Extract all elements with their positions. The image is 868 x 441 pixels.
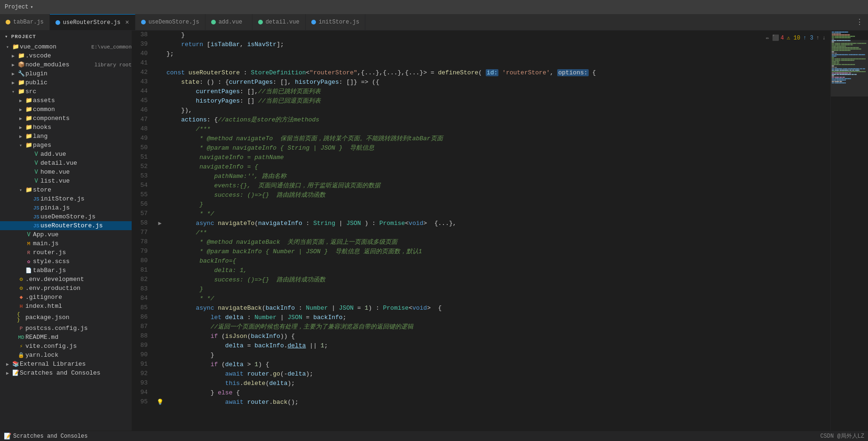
tree-root[interactable]: ▾ 📁 vue_common E:\vue_common <box>0 42 132 51</box>
public-chevron: ▶ <box>9 80 17 86</box>
tab-useRouterStore[interactable]: useRouterStore.js × <box>50 14 135 30</box>
package-json-label: package.json <box>25 314 132 321</box>
sidebar-item-gitignore[interactable]: ▶ ◆ .gitignore <box>0 293 132 302</box>
code-line-48: 48 /*** <box>132 125 830 134</box>
line-code-39: return [isTabBar, isNavStr]; <box>165 40 830 49</box>
list-vue-icon: V <box>32 178 40 184</box>
line-num-38: 38 <box>132 31 155 40</box>
line-num-83: 83 <box>132 285 155 294</box>
line-num-51: 51 <box>132 153 155 162</box>
sidebar-item-index-html[interactable]: ▶ H index.html <box>0 302 132 311</box>
gutter-95[interactable]: 💡 <box>155 398 165 407</box>
gutter-50 <box>155 144 165 153</box>
external-libs-chevron: ▶ <box>4 361 11 367</box>
main-js-icon: M <box>24 241 33 247</box>
gutter-91 <box>155 360 165 369</box>
nav-down-icon[interactable]: ↓ <box>822 35 826 41</box>
sidebar-item-external-libs[interactable]: ▶ 📚 External Libraries <box>0 360 132 369</box>
tab-add[interactable]: add.vue <box>205 14 253 30</box>
router-js-icon: R <box>24 250 33 256</box>
line-num-86: 86 <box>132 313 155 322</box>
store-label: store <box>33 186 132 193</box>
sidebar-item-style-scss[interactable]: ▶ ✿ style.scss <box>0 257 132 266</box>
gitignore-label: .gitignore <box>25 294 132 301</box>
sidebar-item-home-vue[interactable]: ▶ V home.vue <box>0 168 132 176</box>
project-label[interactable]: Project ▾ <box>5 4 33 10</box>
sidebar-item-router-js[interactable]: ▶ R router.js <box>0 248 132 257</box>
line-num-40: 40 <box>132 49 155 59</box>
tab-icon-useRouterStore <box>55 20 60 25</box>
store-chevron: ▾ <box>17 187 24 193</box>
code-table: 38 } 39 return [isTabBar, isNavStr]; 40 <box>132 31 830 407</box>
vite-config-icon: ⚡ <box>17 343 25 349</box>
sidebar-item-detail-vue[interactable]: ▶ V detail.vue <box>0 159 132 168</box>
scratches-icon: 📝 <box>11 369 20 377</box>
sidebar-item-list-vue[interactable]: ▶ V list.vue <box>0 176 132 185</box>
minimap[interactable]: ████ ████████████████████████ ██████████… <box>830 31 868 431</box>
sidebar-item-app-vue[interactable]: ▶ V App.vue <box>0 230 132 239</box>
code-line-41: 41 <box>132 59 830 68</box>
tab-icon-add <box>211 20 216 24</box>
code-line-40: 40 }; <box>132 49 830 59</box>
sidebar-item-vite-config[interactable]: ▶ ⚡ vite.config.js <box>0 342 132 351</box>
sidebar-item-env-prod[interactable]: ▶ ⚙ .env.production <box>0 284 132 293</box>
sidebar-item-yarn-lock[interactable]: ▶ 🔒 yarn.lock <box>0 351 132 360</box>
sidebar-header[interactable]: ▾ PROJECT <box>0 31 132 42</box>
sidebar-item-add-vue[interactable]: ▶ V add.vue <box>0 150 132 159</box>
pages-icon: 📁 <box>24 142 33 149</box>
scratches-label: Scratches and Consoles <box>20 369 132 377</box>
sidebar-item-pages[interactable]: ▾ 📁 pages <box>0 141 132 150</box>
sidebar-item-lang[interactable]: ▶ 📁 lang <box>0 132 132 141</box>
sidebar-item-components[interactable]: ▶ 📁 components <box>0 114 132 123</box>
sidebar-item-common[interactable]: ▶ 📁 common <box>0 105 132 114</box>
sidebar-item-main-js[interactable]: ▶ M main.js <box>0 239 132 248</box>
tab-useDemoStore[interactable]: useDemoStore.js <box>135 14 205 30</box>
sidebar-item-useDemoStore[interactable]: ▶ JS useDemoStore.js <box>0 212 132 221</box>
sidebar-item-useRouterStore[interactable]: ▶ JS useRouterStore.js <box>0 221 132 230</box>
sidebar-item-vscode[interactable]: ▶ 📁 .vscode <box>0 51 132 60</box>
error-icon: ⬛ <box>772 34 779 41</box>
line-code-40: }; <box>165 49 830 59</box>
src-label: src <box>25 88 132 95</box>
editor-toolbar: ✏ ⬛ 4 ⚠ 10 ↑ 3 ↑ ↓ <box>766 34 826 41</box>
sidebar-item-postcss[interactable]: ▶ P postcss.config.js <box>0 324 132 333</box>
status-right-text: CSDN @局外人LZ <box>820 432 864 440</box>
style-scss-icon: ✿ <box>24 258 33 265</box>
tab-tabBar[interactable]: tabBar.js <box>0 14 50 30</box>
more-tabs-icon[interactable]: ⋮ <box>856 17 863 27</box>
tab-detail[interactable]: detail.vue <box>253 14 306 30</box>
edit-icon[interactable]: ✏ <box>766 34 769 41</box>
sidebar-item-pinia[interactable]: ▶ JS pinia.js <box>0 203 132 212</box>
sidebar-item-assets[interactable]: ▶ 📁 assets <box>0 96 132 105</box>
sidebar-item-node-modules[interactable]: ▶ 📦 node_modules library root <box>0 60 132 69</box>
sidebar-item-env-dev[interactable]: ▶ ⚙ .env.development <box>0 275 132 284</box>
tab-initStore[interactable]: initStore.js <box>306 14 365 30</box>
code-line-39: 39 return [isTabBar, isNavStr]; <box>132 40 830 49</box>
gutter-43 <box>155 78 165 87</box>
tab-label-useDemoStore: useDemoStore.js <box>149 19 199 25</box>
gutter-85 <box>155 304 165 313</box>
tab-close-useRouterStore[interactable]: × <box>125 19 129 26</box>
sidebar-item-plugin[interactable]: ▶ 🔧 plugin <box>0 69 132 78</box>
sidebar-item-package-json[interactable]: ▶ { } package.json <box>0 311 132 324</box>
nav-up-icon[interactable]: ↑ <box>816 35 820 41</box>
sidebar-item-src[interactable]: ▾ 📁 src <box>0 87 132 96</box>
line-num-57: 57 <box>132 209 155 219</box>
scratches-bottom-item[interactable]: 📝 Scratches and Consoles <box>4 433 87 440</box>
code-line-45: 45 historyPages: [] //当前已回退页面列表 <box>132 96 830 106</box>
code-container[interactable]: 38 } 39 return [isTabBar, isNavStr]; 40 <box>132 31 830 431</box>
sidebar-item-scratches[interactable]: ▶ 📝 Scratches and Consoles <box>0 369 132 377</box>
sidebar-item-store[interactable]: ▾ 📁 store <box>0 185 132 194</box>
warning-count: ⚠ 10 <box>787 34 800 41</box>
sidebar-item-tabBar-js[interactable]: ▶ 📄 tabBar.js <box>0 266 132 275</box>
gutter-40 <box>155 49 165 59</box>
line-code-92: await router.go(-delta); <box>165 369 830 379</box>
minimap-slider[interactable] <box>831 40 868 96</box>
sidebar-item-hooks[interactable]: ▶ 📁 hooks <box>0 123 132 132</box>
sidebar-item-initStore[interactable]: ▶ JS initStore.js <box>0 194 132 203</box>
sidebar-item-public[interactable]: ▶ 📁 public <box>0 78 132 87</box>
external-libs-label: External Libraries <box>20 361 132 368</box>
line-num-92: 92 <box>132 369 155 379</box>
gutter-58[interactable]: ▶ <box>155 219 165 228</box>
sidebar-item-readme[interactable]: ▶ MD README.md <box>0 333 132 342</box>
